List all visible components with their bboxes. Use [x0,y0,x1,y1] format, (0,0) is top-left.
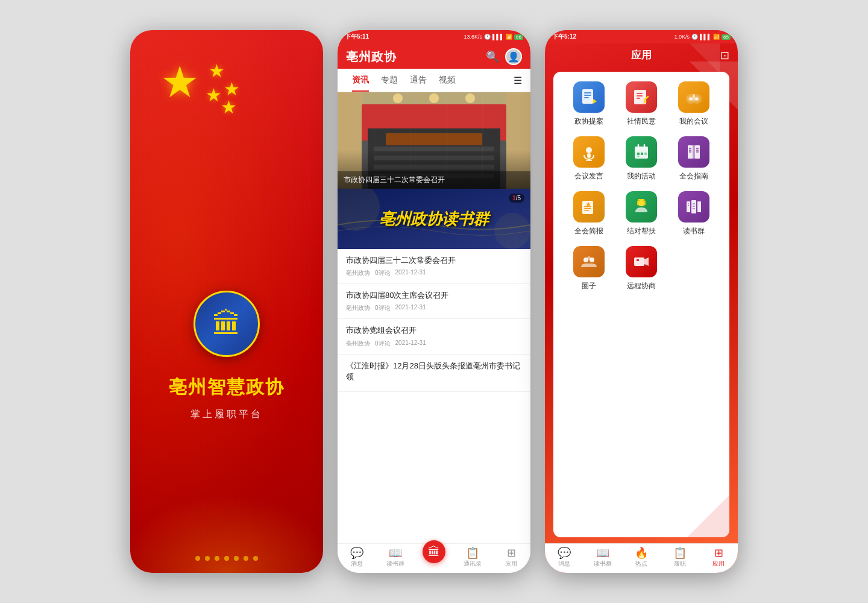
page-separator: /5 [516,195,521,201]
app-quanhui-guide[interactable]: 全会指南 [667,136,720,182]
svg-rect-20 [584,97,589,98]
app-zhengxie-tian[interactable]: 政协提案 [563,81,615,127]
app-label-circle: 圈子 [582,281,596,291]
news-date-3: 2021-12-31 [395,339,426,348]
apps-nav-apps-label: 应用 [712,560,725,568]
wifi-icon: 📶 [506,34,512,40]
news-content: 市政协四届三十二次常委会召开 [338,92,530,543]
svg-rect-57 [582,201,593,214]
news-comments-1: 0评论 [375,269,391,277]
apps-nav-message[interactable]: 💬 消息 [545,548,583,568]
search-icon[interactable]: 🔍 [486,50,499,63]
tab-zhuanti[interactable]: 专题 [375,69,404,92]
banner2-wrapper[interactable]: 亳州政协读书群 1/5 [338,189,530,249]
app-label-pairing: 结对帮扶 [627,226,656,236]
banner2-image: 亳州政协读书群 [338,189,530,249]
svg-rect-41 [635,147,648,151]
gold-dot [215,556,219,561]
svg-rect-45 [641,153,643,155]
apps-nav-hot-label: 热点 [635,560,647,568]
emblem-icon: 🏛 [212,308,241,341]
nav-message[interactable]: 💬 消息 [338,548,376,568]
app-icon-pairing [626,191,657,223]
app-quanhui-brief[interactable]: 全会简报 [563,191,615,236]
svg-rect-24 [637,95,643,96]
app-pairing[interactable]: 结对帮扶 [615,191,668,236]
nav-reading-label: 读书群 [386,560,404,568]
app-circle[interactable]: 圈子 [563,246,615,291]
clock-icon: 🕐 [484,34,491,40]
app-icon-quanhuibrief [573,191,605,223]
phone-splash: ★ ★ ★ ★ ★ 🏛 亳州智慧政协 掌上履职平台 [130,30,323,573]
apps-status-right: 1.0K/s 🕐 ▌▌▌ 📶 65 [674,34,731,40]
apps-nav-hot[interactable]: 🔥 热点 [622,548,661,568]
small-star-1-icon: ★ [209,60,225,81]
app-mymeeting[interactable]: 我的会议 [667,81,720,127]
gold-dot [244,556,248,561]
news-item-2[interactable]: 市政协四届80次主席会议召开 亳州政协 0评论 2021-12-31 [338,284,530,319]
app-label-zhengxietian: 政协提案 [574,116,603,127]
apps-wrapper: 政协提案 社情民 [545,66,738,573]
news-list: 市政协四届三十二次常委会召开 亳州政协 0评论 2021-12-31 市政协四届… [338,249,530,543]
news-item-1-meta: 亳州政协 0评论 2021-12-31 [346,269,522,277]
gold-dot [224,556,229,561]
apps-grid: 政协提案 社情民 [559,81,723,236]
svg-rect-59 [584,206,591,207]
app-label-myactivity: 我的活动 [627,171,656,182]
apps-nav-duty[interactable]: 📋 履职 [661,548,699,568]
news-screen: 下午5:11 13.6K/s 🕐 ▌▌▌ 📶 66 亳州政协 🔍 👤 资讯 专题… [338,30,530,573]
battery-icon: 66 [514,34,523,40]
apps-title: 应用 [631,48,652,62]
news-header: 亳州政协 🔍 👤 [338,43,530,69]
small-star-4-icon: ★ [206,84,222,106]
avatar[interactable]: 👤 [505,48,522,65]
gold-dot [205,556,210,561]
apps-nav-duty-label: 履职 [674,560,686,568]
tab-tonggao[interactable]: 通告 [404,69,433,92]
tab-shipin[interactable]: 视频 [433,69,462,92]
apps-nav-message-label: 消息 [558,560,570,568]
svg-rect-78 [637,259,639,261]
apps-book-icon: 📖 [596,548,609,558]
svg-rect-17 [582,89,593,104]
svg-rect-19 [584,95,591,96]
apps-signal-icon: ▌▌▌ [700,34,711,40]
nav-home[interactable]: 🏛 [415,548,453,568]
apps-bottom-section: 圈子 远程协商 [559,246,723,291]
apps-wifi-icon: 📶 [713,34,720,40]
nav-apps[interactable]: ⊞ 应用 [492,548,530,568]
svg-point-36 [586,147,592,153]
status-speed: 13.6K/s [464,34,482,40]
apps-nav-reading[interactable]: 📖 读书群 [583,548,622,568]
tab-zixun[interactable]: 资讯 [346,69,375,92]
menu-icon[interactable]: ☰ [514,75,522,86]
news-item-1[interactable]: 市政协四届三十二次常委会召开 亳州政协 0评论 2021-12-31 [338,249,530,284]
news-item-2-title: 市政协四届80次主席会议召开 [346,290,522,301]
banner-image[interactable]: 市政协四届三十二次常委会召开 [338,92,530,189]
app-reading-group[interactable]: 读书群 [667,191,720,236]
app-label-sheminyi: 社情民意 [627,116,656,127]
app-myactivity[interactable]: 我的活动 [615,136,668,182]
apps-battery-icon: 65 [722,34,731,40]
apps-nav-apps[interactable]: ⊞ 应用 [699,548,738,568]
app-remote[interactable]: 远程协商 [615,246,668,291]
apps-icon: ⊞ [507,548,516,558]
svg-rect-44 [637,153,640,155]
news-item-3[interactable]: 市政协党组会议召开 亳州政协 0评论 2021-12-31 [338,319,530,354]
svg-rect-33 [693,94,695,98]
app-sheminyi[interactable]: 社情民意 [615,81,668,127]
app-speech[interactable]: 会议发言 [563,136,615,182]
nav-reading[interactable]: 📖 读书群 [376,548,415,568]
nav-contacts-label: 通讯录 [464,560,482,568]
app-icon-speech [573,136,605,168]
nav-contacts[interactable]: 📋 通讯录 [453,548,492,568]
signal-icon: ▌▌▌ [492,34,504,40]
app-label-readinggroup: 读书群 [683,226,705,236]
app-icon-zhengxietian [573,81,605,113]
splash-screen: ★ ★ ★ ★ ★ 🏛 亳州智慧政协 掌上履职平台 [130,30,323,573]
apps-status-time: 下午5:12 [552,33,576,41]
phone-news: 下午5:11 13.6K/s 🕐 ▌▌▌ 📶 66 亳州政协 🔍 👤 资讯 专题… [338,30,530,573]
fullscreen-icon[interactable]: ⊡ [720,49,729,62]
news-item-4[interactable]: 《江淮时报》12月28日头版头条报道亳州市委书记领 [338,355,530,392]
nav-message-label: 消息 [351,560,363,568]
